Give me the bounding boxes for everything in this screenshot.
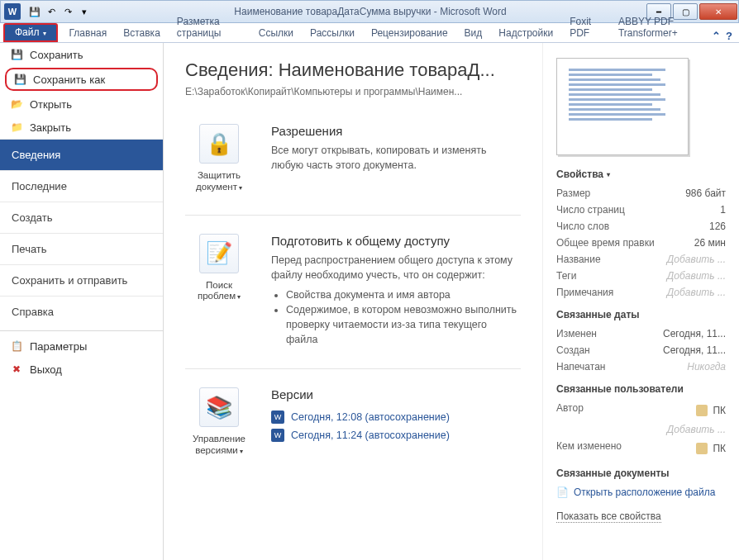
tab-review[interactable]: Рецензирование [363, 24, 456, 42]
tab-view[interactable]: Вид [456, 24, 491, 42]
undo-icon[interactable]: ↶ [44, 4, 59, 19]
section-text: Все могут открывать, копировать и изменя… [271, 143, 521, 173]
tab-abbyy[interactable]: ABBYY PDF Transformer+ [610, 12, 712, 42]
folder-icon: 📄 [556, 486, 569, 498]
save-icon[interactable]: 💾 [27, 4, 42, 19]
tab-addins[interactable]: Надстройки [490, 24, 561, 42]
prop-label: Название [556, 254, 667, 265]
check-issues-button[interactable]: 📝 Поиск проблем▾ [185, 234, 253, 348]
sidebar-item-label: Выход [30, 363, 62, 376]
prop-label: Напечатан [556, 361, 687, 373]
backstage-sidebar: 💾 Сохранить 💾 Сохранить как 📂 Открыть 📁 … [0, 43, 164, 560]
add-tags-field[interactable]: Добавить ... [667, 270, 726, 282]
sidebar-item-help[interactable]: Справка [0, 296, 163, 327]
prop-value: Сегодня, 11... [663, 328, 726, 339]
sidebar-item-save[interactable]: 💾 Сохранить [0, 43, 163, 66]
prop-value: 26 мин [694, 237, 726, 249]
tab-home[interactable]: Главная [61, 24, 116, 42]
sidebar-item-options[interactable]: 📋 Параметры [0, 335, 163, 358]
sidebar-item-label: Печать [12, 243, 47, 255]
prop-value: 986 байт [685, 187, 726, 199]
sidebar-item-open[interactable]: 📂 Открыть [0, 93, 163, 116]
prop-label: Создан [556, 344, 663, 356]
manage-versions-button[interactable]: 📚 Управление версиями▾ [185, 387, 253, 457]
prop-label: Размер [556, 187, 685, 199]
chevron-down-icon: ▾ [607, 171, 610, 178]
sidebar-item-label: Закрыть [30, 121, 71, 134]
prop-label: Общее время правки [556, 237, 694, 249]
version-item[interactable]: W Сегодня, 12:08 (автосохранение) [271, 408, 521, 426]
qat-customize-icon[interactable]: ▾ [77, 4, 92, 19]
properties-dropdown[interactable]: Свойства▾ [556, 168, 726, 180]
sidebar-item-new[interactable]: Создать [0, 202, 163, 233]
sidebar-item-close[interactable]: 📁 Закрыть [0, 116, 163, 139]
prop-value: ПК [713, 405, 726, 416]
sidebar-item-print[interactable]: Печать [0, 233, 163, 264]
exit-icon: ✖ [10, 363, 23, 376]
redo-icon[interactable]: ↷ [60, 4, 75, 19]
prop-value: Никогда [687, 361, 726, 373]
related-dates-head: Связанные даты [556, 309, 726, 320]
tab-foxit[interactable]: Foxit PDF [561, 12, 610, 42]
word-doc-icon: W [271, 411, 284, 424]
prop-label: Кем изменено [556, 440, 696, 457]
tab-layout[interactable]: Разметка страницы [169, 12, 250, 42]
section-inspect: 📝 Поиск проблем▾ Подготовить к общему до… [185, 234, 521, 370]
tab-references[interactable]: Ссылки [250, 24, 302, 42]
tab-mailings[interactable]: Рассылки [302, 24, 363, 42]
properties-panel: Свойства▾ Размер986 байт Число страниц1 … [542, 43, 739, 560]
help-icon[interactable]: ? [726, 30, 732, 42]
sidebar-item-save-as[interactable]: 💾 Сохранить как [5, 68, 158, 91]
document-thumbnail[interactable] [556, 58, 689, 155]
sidebar-item-recent[interactable]: Последние [0, 170, 163, 202]
save-as-icon: 💾 [13, 73, 26, 86]
prop-value: 1 [720, 204, 726, 216]
section-text: Перед распространением общего доступа к … [271, 253, 521, 348]
version-link[interactable]: Сегодня, 11:24 (автосохранение) [291, 429, 450, 441]
sidebar-item-label: Сохранить как [33, 74, 105, 86]
related-docs-head: Связанные документы [556, 467, 726, 479]
prop-label: Примечания [556, 287, 667, 298]
prop-label: Число слов [556, 221, 709, 232]
sidebar-item-label: Сохранить [30, 49, 83, 61]
save-icon: 💾 [10, 48, 23, 61]
person-icon [696, 405, 708, 416]
add-notes-field[interactable]: Добавить ... [667, 287, 726, 298]
related-users-head: Связанные пользователи [556, 383, 726, 395]
tab-insert[interactable]: Вставка [115, 24, 169, 42]
word-doc-icon: W [271, 429, 284, 442]
add-title-field[interactable]: Добавить ... [667, 254, 726, 265]
inspect-icon: 📝 [199, 234, 239, 273]
open-location-link[interactable]: 📄 Открыть расположение файла [556, 484, 726, 501]
folder-open-icon: 📂 [10, 97, 23, 111]
sidebar-item-share[interactable]: Сохранить и отправить [0, 264, 163, 296]
sidebar-item-label: Последние [12, 180, 67, 192]
prop-label: Изменен [556, 328, 663, 339]
section-versions: 📚 Управление версиями▾ Версии W Сегодня,… [185, 387, 521, 478]
info-panel: Сведения: Наименование товараД... E:\Зар… [164, 43, 542, 560]
protect-document-button[interactable]: 🔒 Защитить документ▾ [185, 124, 253, 193]
show-all-properties-link[interactable]: Показать все свойства [556, 510, 661, 523]
ribbon-minimize-icon[interactable]: ⌃ [712, 30, 721, 42]
section-title: Подготовить к общему доступу [271, 234, 521, 248]
section-title: Версии [271, 387, 521, 401]
info-title: Сведения: Наименование товараД... [185, 59, 521, 81]
inspect-bullet: Содержимое, в котором невозможно выполни… [286, 302, 521, 347]
section-permissions: 🔒 Защитить документ▾ Разрешения Все могу… [185, 124, 521, 216]
prop-label: Теги [556, 270, 667, 282]
sidebar-item-exit[interactable]: ✖ Выход [0, 358, 163, 381]
prop-label: Автор [556, 402, 696, 419]
version-item[interactable]: W Сегодня, 11:24 (автосохранение) [271, 426, 521, 444]
options-icon: 📋 [10, 339, 23, 353]
sidebar-item-label: Открыть [30, 98, 72, 111]
version-link[interactable]: Сегодня, 12:08 (автосохранение) [291, 411, 450, 423]
sidebar-item-info[interactable]: Сведения [0, 139, 163, 170]
versions-icon: 📚 [199, 387, 239, 427]
prop-value: 126 [709, 221, 726, 232]
add-author-field[interactable]: Добавить ... [667, 424, 726, 435]
person-icon [696, 443, 708, 454]
prop-value: ПК [713, 443, 726, 454]
lock-icon: 🔒 [199, 124, 239, 164]
info-path: E:\Заработок\Копирайт\Компьютеры и прогр… [185, 86, 521, 97]
tab-file[interactable]: Файл [3, 23, 58, 42]
